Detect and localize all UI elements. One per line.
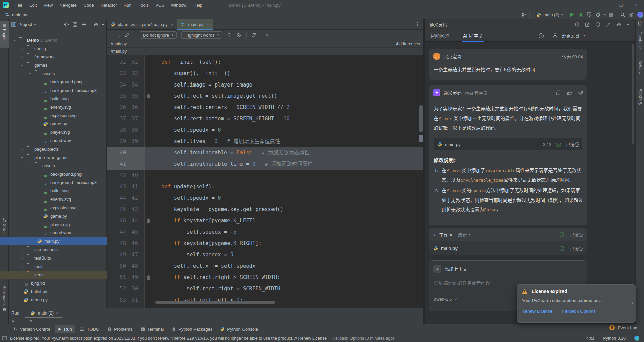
thumbs-up-icon[interactable] — [567, 90, 572, 95]
coverage-button[interactable] — [587, 12, 592, 17]
chevron-expanded-icon[interactable]: › — [12, 38, 17, 42]
next-difference-button[interactable]: ↓ — [118, 33, 120, 38]
history-icon[interactable] — [575, 22, 580, 27]
ai-panel-scrollbar[interactable] — [632, 44, 634, 144]
chevron-expanded-icon[interactable]: › — [28, 72, 33, 76]
modified-file-chip[interactable]: main.py 3 / 3 ✓ 已接受 — [434, 138, 582, 150]
tree-item-pageObjects[interactable]: ›pageObjects — [0, 145, 107, 153]
tool-window-button-version-control[interactable]: Version Control — [10, 325, 53, 333]
maximize-button[interactable]: □ — [613, 0, 629, 10]
profiler-button[interactable] — [595, 12, 601, 17]
tongyi-status-icon[interactable] — [634, 336, 639, 341]
tree-item-framework[interactable]: ›framework — [0, 53, 107, 61]
event-log-button[interactable]: 5 Event Log — [609, 325, 637, 330]
tree-item-explosion-svg[interactable]: explosion.svg — [0, 204, 107, 212]
more-options-icon[interactable]: ⋮ — [415, 21, 420, 27]
menu-edit[interactable]: Edit — [26, 0, 40, 10]
menu-tools[interactable]: Tools — [135, 0, 152, 10]
code-area[interactable]: 3232 def __init__(self):3333 super().__i… — [107, 55, 423, 308]
copy-icon[interactable] — [556, 90, 561, 95]
tree-item-sound-wav[interactable]: sound.wav — [0, 136, 107, 145]
tree-item-game-py[interactable]: game.py — [0, 212, 107, 220]
locate-file-icon[interactable] — [64, 22, 69, 27]
user-dropdown[interactable] — [521, 12, 526, 17]
account-name[interactable]: 北京宏哥 — [562, 33, 579, 39]
chevron-collapsed-icon[interactable]: › — [20, 247, 24, 252]
tree-item-bjhg-txt[interactable]: bjhg.txt — [0, 279, 107, 287]
workspace-file-row[interactable]: main.py ✓ 已接受 — [429, 241, 587, 255]
tree-item-config[interactable]: ›config — [0, 44, 107, 53]
sidebar-tab-database[interactable]: Database — [636, 32, 644, 58]
tree-item-background-png[interactable]: background.png — [0, 170, 107, 178]
menu-view[interactable]: View — [40, 0, 56, 10]
fallback-options-link[interactable]: Fallback Options — [562, 309, 596, 314]
plugin-avatar[interactable] — [637, 12, 643, 18]
tree-item-background-music-mp3[interactable]: background_music.mp3 — [0, 178, 107, 187]
chevrons-icon[interactable]: » — [30, 318, 32, 323]
tree-item-bullet-svg[interactable]: bullet.svg — [0, 187, 107, 195]
tree-item-game-py[interactable]: game.py — [0, 120, 107, 128]
tree-item-player-svg[interactable]: player.svg — [0, 128, 107, 136]
profiler-chevron-icon[interactable]: ▾ — [604, 13, 606, 16]
tree-item-venv[interactable]: ›venv — [0, 271, 107, 279]
tab-smart-qa[interactable]: 智能问答 — [430, 30, 449, 42]
tree-item-sound-wav[interactable]: sound.wav — [0, 229, 107, 237]
expand-all-icon[interactable] — [73, 22, 78, 27]
menu-help[interactable]: Help — [190, 0, 206, 10]
tree-item-demo-py[interactable]: demo.py — [0, 296, 107, 304]
prev-difference-button[interactable]: ↑ — [111, 33, 113, 38]
tree-item-assets[interactable]: ›assets — [0, 162, 107, 170]
magic-wand-icon[interactable] — [606, 22, 611, 27]
settings-button[interactable] — [629, 12, 634, 17]
tree-item-main-py[interactable]: main.py — [0, 237, 107, 245]
status-message[interactable]: License expired: Your PyCharm subscripti… — [10, 336, 327, 341]
sidebar-tab-tongyi[interactable]: 通义灵码 — [636, 89, 644, 119]
diff-settings-gear-icon[interactable] — [236, 33, 241, 38]
horizontal-scrollbar[interactable] — [155, 301, 275, 304]
editor-tab[interactable]: plane_war_game\main.py × — [107, 19, 177, 30]
close-icon[interactable]: × — [56, 310, 59, 316]
expand-chevron-icon[interactable]: › — [631, 299, 633, 306]
vertical-scrollbar[interactable] — [419, 105, 423, 132]
workspace-row[interactable]: ∨ 工作区 最新 ▾ ✓ 已接受 — [429, 228, 587, 241]
tree-item-enemy-svg[interactable]: enemy.svg — [0, 103, 107, 111]
tree-item-bullet-svg[interactable]: bullet.svg — [0, 95, 107, 103]
menu-file[interactable]: File — [12, 0, 26, 10]
chevron-collapsed-icon[interactable]: › — [20, 256, 24, 261]
gear-icon[interactable] — [616, 22, 621, 27]
tool-window-toggle-icon[interactable] — [2, 336, 7, 340]
chevron-expanded-icon[interactable]: › — [28, 164, 33, 168]
model-select[interactable]: qwen-2.5 ∨ — [434, 297, 457, 302]
chevron-expanded-icon[interactable]: › — [20, 156, 24, 160]
ignore-policy-select[interactable]: Do not ignore ▾ — [140, 31, 177, 39]
renew-license-link[interactable]: Renew License — [522, 309, 552, 314]
minimize-button[interactable]: − — [598, 0, 613, 10]
project-view-select[interactable]: Project ▾ — [11, 22, 36, 27]
interpreter-label[interactable]: Python 3.10 — [603, 336, 626, 341]
search-everywhere-button[interactable] — [620, 12, 625, 17]
chevron-collapsed-icon[interactable]: › — [20, 55, 24, 59]
chevron-collapsed-icon[interactable]: › — [20, 264, 24, 269]
chevron-collapsed-icon[interactable]: › — [20, 46, 24, 51]
jump-to-source-icon[interactable] — [125, 33, 130, 38]
close-button[interactable]: × — [629, 0, 644, 10]
tree-item-tools[interactable]: ›tools — [0, 262, 107, 271]
hide-panel-button[interactable]: − — [102, 22, 104, 27]
menu-navigate[interactable]: Navigate — [56, 0, 80, 10]
gear-icon[interactable] — [93, 22, 98, 27]
sidebar-tab-sciview[interactable]: SciView — [636, 60, 644, 84]
tree-item-plane-war-game[interactable]: ›plane_war_game — [0, 153, 107, 162]
swap-sides-icon[interactable] — [251, 33, 256, 38]
tool-window-button-terminal[interactable]: Terminal — [137, 325, 167, 333]
help-icon[interactable]: ? — [266, 33, 268, 38]
tool-window-button-python-packages[interactable]: Python Packages — [168, 325, 216, 333]
chevron-collapsed-icon[interactable]: › — [20, 147, 24, 152]
editor-tab-active[interactable]: main.py × — [177, 19, 213, 30]
menu-window[interactable]: Window — [168, 0, 190, 10]
add-context-button[interactable]: + 添加上下文 — [433, 265, 467, 273]
collapse-unchanged-icon[interactable] — [227, 33, 232, 38]
tool-window-button-run[interactable]: Run — [55, 325, 75, 333]
tree-item-games[interactable]: ›games — [0, 61, 107, 69]
new-chat-icon[interactable] — [585, 22, 590, 27]
close-icon[interactable]: × — [207, 22, 209, 27]
